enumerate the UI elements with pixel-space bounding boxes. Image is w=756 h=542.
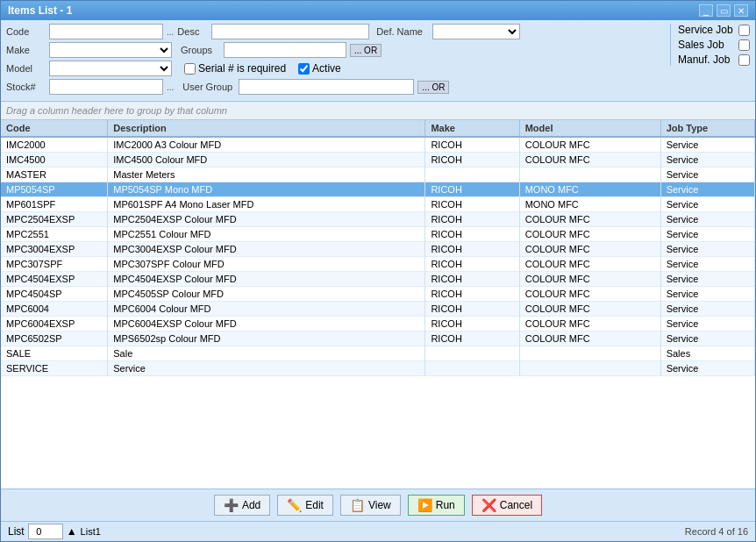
add-icon: ➕: [224, 498, 239, 512]
cell-description: MPC2504EXSP Colour MFD: [108, 212, 425, 227]
cell-make: RICOH: [425, 302, 519, 317]
desc-input[interactable]: [211, 24, 369, 39]
cell-description: MP5054SP Mono MFD: [108, 182, 425, 197]
close-button[interactable]: ✕: [734, 4, 748, 17]
col-model[interactable]: Model: [519, 120, 660, 137]
service-job-checkbox[interactable]: [738, 25, 750, 36]
serial-checkbox[interactable]: [184, 63, 196, 75]
table-row[interactable]: MPC4504SPMPC4505SP Colour MFDRICOHCOLOUR…: [1, 287, 755, 302]
cell-code: MPC4504EXSP: [1, 272, 108, 287]
cell-model: COLOUR MFC: [519, 302, 660, 317]
model-label: Model: [6, 63, 46, 74]
user-group-or-button[interactable]: ... OR: [417, 81, 449, 94]
cell-description: Sale: [108, 346, 425, 361]
cell-job_type: Sales: [660, 346, 754, 361]
cell-job_type: Service: [660, 227, 754, 242]
cell-job_type: Service: [660, 242, 754, 257]
table-row[interactable]: IMC4500IMC4500 Colour MFDRICOHCOLOUR MFC…: [1, 153, 755, 168]
cell-make: RICOH: [425, 197, 519, 212]
table-row[interactable]: MP5054SPMP5054SP Mono MFDRICOHMONO MFCSe…: [1, 182, 755, 197]
table-row[interactable]: MPC6004EXSPMPC6004EXSP Colour MFDRICOHCO…: [1, 317, 755, 332]
items-table: Code Description Make Model Job Type IMC…: [1, 120, 755, 376]
table-row[interactable]: MPC3004EXSPMPC3004EXSP Colour MFDRICOHCO…: [1, 242, 755, 257]
table-row[interactable]: SERVICEServiceService: [1, 361, 755, 376]
cell-code: SALE: [1, 346, 108, 361]
list-up-icon[interactable]: ▲: [67, 525, 77, 538]
drag-hint: Drag a column header here to group by th…: [1, 102, 755, 120]
stock-input[interactable]: [49, 79, 163, 95]
cell-job_type: Service: [660, 361, 754, 376]
cancel-button[interactable]: ❌ Cancel: [472, 495, 542, 516]
cell-make: RICOH: [425, 242, 519, 257]
cell-model: [519, 168, 660, 182]
manuf-job-label: Manuf. Job: [678, 53, 735, 66]
cell-code: MPC307SPF: [1, 257, 108, 272]
code-input[interactable]: [49, 24, 163, 39]
code-label: Code: [6, 26, 46, 37]
table-row[interactable]: MPC6502SPMPS6502sp Colour MFDRICOHCOLOUR…: [1, 332, 755, 346]
cell-make: RICOH: [425, 137, 519, 153]
table-area[interactable]: Code Description Make Model Job Type IMC…: [1, 120, 755, 489]
cell-make: [425, 361, 519, 376]
cell-model: COLOUR MFC: [519, 272, 660, 287]
cell-description: MPS6502sp Colour MFD: [108, 332, 425, 346]
cell-model: COLOUR MFC: [519, 137, 660, 153]
model-select[interactable]: [49, 61, 172, 76]
table-row[interactable]: MPC6004MPC6004 Colour MFDRICOHCOLOUR MFC…: [1, 302, 755, 317]
window-title: Items List - 1: [8, 4, 72, 17]
table-row[interactable]: IMC2000IMC2000 A3 Colour MFDRICOHCOLOUR …: [1, 137, 755, 153]
cell-code: MP5054SP: [1, 182, 108, 197]
edit-button[interactable]: ✏️ Edit: [277, 495, 333, 516]
col-make[interactable]: Make: [425, 120, 519, 137]
groups-or-button[interactable]: ... OR: [350, 44, 382, 57]
cell-model: MONO MFC: [519, 197, 660, 212]
active-label: Active: [312, 62, 341, 75]
cancel-icon: ❌: [481, 498, 496, 512]
col-description[interactable]: Description: [108, 120, 425, 137]
groups-input[interactable]: [224, 42, 346, 58]
cell-make: RICOH: [425, 153, 519, 168]
cell-job_type: Service: [660, 287, 754, 302]
col-job-type[interactable]: Job Type: [660, 120, 754, 137]
manuf-job-checkbox[interactable]: [738, 54, 750, 66]
table-row[interactable]: MPC2551MPC2551 Colour MFDRICOHCOLOUR MFC…: [1, 227, 755, 242]
def-name-select[interactable]: [432, 24, 520, 39]
list-number-input[interactable]: [28, 524, 63, 539]
cell-model: COLOUR MFC: [519, 212, 660, 227]
cell-job_type: Service: [660, 212, 754, 227]
table-row[interactable]: MP601SPFMP601SPF A4 Mono Laser MFDRICOHM…: [1, 197, 755, 212]
right-filters: Service Job Sales Job Manuf. Job: [670, 24, 750, 66]
cell-model: COLOUR MFC: [519, 227, 660, 242]
cell-description: IMC2000 A3 Colour MFD: [108, 137, 425, 153]
table-row[interactable]: MASTERMaster MetersService: [1, 168, 755, 182]
record-info: Record 4 of 16: [685, 526, 748, 537]
cell-code: MPC3004EXSP: [1, 242, 108, 257]
run-button[interactable]: ▶️ Run: [408, 495, 465, 516]
cell-description: MP601SPF A4 Mono Laser MFD: [108, 197, 425, 212]
cell-description: Service: [108, 361, 425, 376]
table-body: IMC2000IMC2000 A3 Colour MFDRICOHCOLOUR …: [1, 137, 755, 376]
cell-job_type: Service: [660, 332, 754, 346]
sales-job-checkbox[interactable]: [738, 39, 750, 51]
user-group-input[interactable]: [239, 79, 414, 95]
minimize-button[interactable]: ⎯: [699, 4, 713, 17]
cell-job_type: Service: [660, 137, 754, 153]
cell-description: MPC2551 Colour MFD: [108, 227, 425, 242]
cell-description: MPC307SPF Colour MFD: [108, 257, 425, 272]
col-code[interactable]: Code: [1, 120, 108, 137]
table-row[interactable]: MPC307SPFMPC307SPF Colour MFDRICOHCOLOUR…: [1, 257, 755, 272]
cancel-label: Cancel: [500, 499, 532, 511]
view-button[interactable]: 📋 View: [340, 495, 401, 516]
active-checkbox[interactable]: [298, 63, 310, 75]
table-row[interactable]: MPC4504EXSPMPC4504EXSP Colour MFDRICOHCO…: [1, 272, 755, 287]
make-select[interactable]: [49, 42, 172, 58]
cell-job_type: Service: [660, 197, 754, 212]
cell-description: MPC6004EXSP Colour MFD: [108, 317, 425, 332]
edit-label: Edit: [305, 499, 324, 511]
add-button[interactable]: ➕ Add: [214, 495, 270, 516]
table-row[interactable]: SALESaleSales: [1, 346, 755, 361]
table-row[interactable]: MPC2504EXSPMPC2504EXSP Colour MFDRICOHCO…: [1, 212, 755, 227]
restore-button[interactable]: ▭: [717, 4, 731, 17]
cell-model: COLOUR MFC: [519, 332, 660, 346]
cell-code: MPC6004: [1, 302, 108, 317]
